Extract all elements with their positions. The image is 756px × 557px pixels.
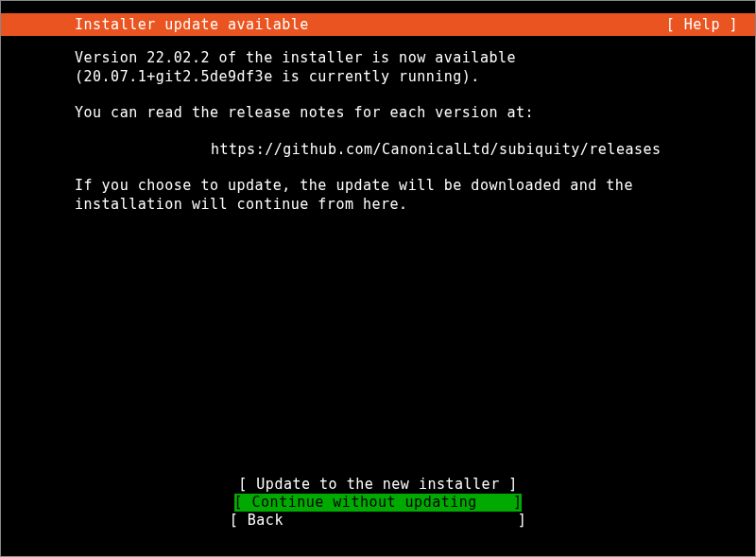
update-description: If you choose to update, the update will… (75, 177, 681, 214)
back-button[interactable]: [ Back ] (230, 512, 527, 530)
help-button[interactable]: [ Help ] (666, 16, 738, 33)
update-installer-button[interactable]: [ Update to the new installer ] (238, 476, 517, 494)
button-group: [ Update to the new installer ] [ Contin… (1, 476, 755, 530)
page-title: Installer update available (75, 16, 309, 33)
release-notes-url: https://github.com/CanonicalLtd/subiquit… (75, 141, 681, 160)
header-bar: Installer update available [ Help ] (1, 13, 755, 36)
release-notes-intro: You can read the release notes for each … (75, 104, 681, 123)
main-content: Version 22.02.2 of the installer is now … (1, 36, 681, 214)
continue-without-updating-button[interactable]: [ Continue without updating ] (234, 494, 523, 512)
version-info-text: Version 22.02.2 of the installer is now … (75, 49, 681, 86)
